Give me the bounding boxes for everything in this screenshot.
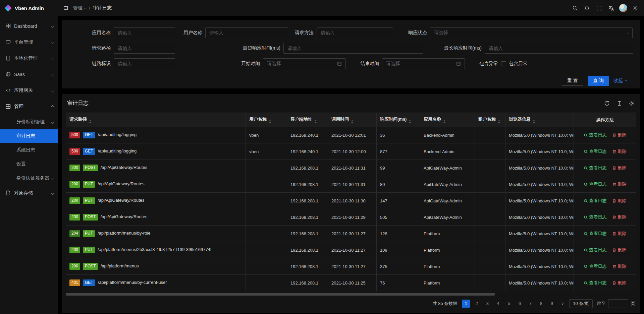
cell-app-name: Platform <box>420 275 475 291</box>
view-log-button[interactable]: 查看日志 <box>584 263 607 269</box>
scrollbar-thumb[interactable] <box>66 293 495 296</box>
refresh-icon[interactable] <box>604 101 610 106</box>
page-button-4[interactable]: 4 <box>494 300 502 308</box>
trash-icon <box>612 149 616 154</box>
sidebar-item-auth-server[interactable]: 身份认证服务器 <box>0 172 58 185</box>
delete-button[interactable]: 删除 <box>612 231 627 237</box>
chevron-down-icon <box>51 89 54 92</box>
menu-fold-icon[interactable] <box>63 5 68 11</box>
column-header-2[interactable]: 客户端地址 <box>287 113 328 127</box>
sidebar-item-app-gateway[interactable]: 应用网关 <box>0 83 58 98</box>
column-header-6[interactable]: 租户名称 <box>475 113 505 127</box>
view-log-button[interactable]: 查看日志 <box>584 181 607 187</box>
sidebar-item-identity-management[interactable]: 身份标识管理 <box>0 115 58 129</box>
request-path-text: /api/ApiGateway/Routes <box>101 214 147 219</box>
column-header-0[interactable]: 请求路径 <box>66 113 246 127</box>
cell-app-name: Platform <box>420 226 475 242</box>
sidebar-item-management[interactable]: 管理 <box>0 99 58 114</box>
delete-button[interactable]: 删除 <box>612 181 627 187</box>
delete-button[interactable]: 删除 <box>612 214 627 220</box>
page-button-2[interactable]: 2 <box>473 300 481 308</box>
avatar[interactable] <box>617 0 629 16</box>
reset-button[interactable]: 重 置 <box>562 76 583 86</box>
sidebar-item-settings[interactable]: 设置 <box>0 158 58 171</box>
trace-id-input[interactable] <box>114 58 175 69</box>
translate-icon[interactable] <box>605 0 617 16</box>
settings-icon[interactable] <box>629 0 641 16</box>
column-header-1[interactable]: 用户名称 <box>246 113 287 127</box>
field-label: 包含异常 <box>444 61 501 67</box>
logo[interactable]: Vben Admin <box>0 0 58 16</box>
page-button-6[interactable]: 6 <box>516 300 524 308</box>
page-button-1[interactable]: 1 <box>462 300 470 308</box>
chevron-down-icon <box>51 41 54 44</box>
fullscreen-icon[interactable] <box>593 0 605 16</box>
page-button-9[interactable]: 9 <box>548 300 556 308</box>
search-icon[interactable] <box>569 0 581 16</box>
notification-icon[interactable] <box>581 0 593 16</box>
page-next-button[interactable] <box>558 300 567 308</box>
search-button[interactable]: 查 询 <box>588 76 609 86</box>
delete-button[interactable]: 删除 <box>612 165 627 171</box>
has-exception-checkbox[interactable] <box>501 61 506 66</box>
cell-user <box>246 258 287 275</box>
breadcrumb-item-parent[interactable]: 管理 <box>73 5 86 11</box>
page-button-8[interactable]: 8 <box>537 300 545 308</box>
view-log-button[interactable]: 查看日志 <box>584 132 607 138</box>
view-log-button[interactable]: 查看日志 <box>584 247 607 253</box>
table-settings-icon[interactable] <box>629 101 635 106</box>
http-method-input[interactable] <box>317 27 393 38</box>
delete-button[interactable]: 删除 <box>612 148 627 154</box>
sidebar-item-saas[interactable]: Saas <box>0 67 58 82</box>
sidebar-item-localization-management[interactable]: 本地化管理 <box>0 51 58 66</box>
audit-log-table: 请求路径用户名称客户端地址调用时间响应时间(ms)应用名称租户名称浏览器信息操作… <box>66 113 636 291</box>
view-log-button[interactable]: 查看日志 <box>584 198 607 204</box>
column-header-3[interactable]: 调用时间 <box>328 113 377 127</box>
sidebar-item-system-log[interactable]: 系统日志 <box>0 143 58 157</box>
page-button-5[interactable]: 5 <box>505 300 513 308</box>
sidebar-item-dashboard[interactable]: Dashboard <box>0 19 58 34</box>
column-header-7[interactable]: 浏览器信息 <box>505 113 574 127</box>
view-log-button[interactable]: 查看日志 <box>584 231 607 237</box>
delete-button[interactable]: 删除 <box>612 132 627 138</box>
sidebar-item-object-storage[interactable]: 对象存储 <box>0 186 58 200</box>
delete-button[interactable]: 删除 <box>612 280 627 286</box>
sidebar-item-platform-management[interactable]: 平台管理 <box>0 35 58 50</box>
response-status-select[interactable]: 请选择 <box>430 27 633 38</box>
view-log-button[interactable]: 查看日志 <box>584 165 607 171</box>
delete-button[interactable]: 删除 <box>612 247 627 253</box>
cell-client-address: 192.168.208.1 <box>287 242 328 258</box>
cell-app-name: Backend-Admin <box>420 127 475 143</box>
method-badge: GET <box>83 279 95 286</box>
view-log-button[interactable]: 查看日志 <box>584 148 607 154</box>
cell-user: vben <box>246 143 287 160</box>
view-log-button[interactable]: 查看日志 <box>584 280 607 286</box>
min-response-time-input[interactable] <box>283 43 423 54</box>
request-path-text: /api/platform/menus/by-role <box>98 231 151 236</box>
delete-button[interactable]: 删除 <box>612 263 627 269</box>
cell-browser-info: Mozilla/5.0 (Windows NT 10.0; Win <box>505 127 574 143</box>
magnifier-icon <box>584 199 588 203</box>
breadcrumb-current: 审计日志 <box>93 5 112 11</box>
jump-input[interactable] <box>608 299 628 308</box>
page-button-3[interactable]: 3 <box>483 300 491 308</box>
column-header-5[interactable]: 应用名称 <box>420 113 475 127</box>
cell-actions: 查看日志删除 <box>574 209 636 226</box>
view-log-button[interactable]: 查看日志 <box>584 214 607 220</box>
max-response-time-input[interactable] <box>485 43 633 54</box>
sidebar-item-label: 应用网关 <box>14 87 51 93</box>
chevron-down-icon <box>51 191 54 195</box>
request-path-input[interactable] <box>114 43 175 54</box>
column-height-icon[interactable] <box>616 101 622 106</box>
cell-tenant <box>475 226 505 242</box>
cell-browser-info: Mozilla/5.0 (Windows NT 10.0; Win <box>505 226 574 242</box>
app-title: Vben Admin <box>15 5 44 11</box>
sidebar-item-audit-log[interactable]: 审计日志 <box>0 129 58 143</box>
delete-button[interactable]: 删除 <box>612 198 627 204</box>
collapse-link[interactable]: 收起 <box>613 78 627 84</box>
column-header-4[interactable]: 响应时间(ms) <box>377 113 420 127</box>
management-icon <box>6 104 11 109</box>
page-size-select[interactable]: 10 条/页 <box>569 299 593 308</box>
field-has-exception: 包含异常 包含异常 <box>444 58 528 69</box>
page-button-7[interactable]: 7 <box>526 300 534 308</box>
